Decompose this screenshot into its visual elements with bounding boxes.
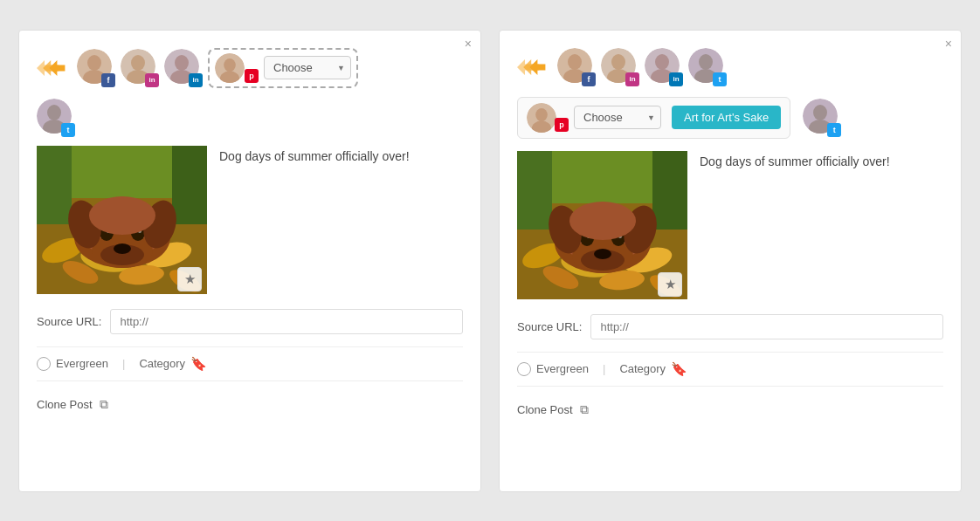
panel-1: × f in [18,30,481,492]
svg-point-56 [535,107,548,120]
avatar-tw-3[interactable]: t [803,99,841,137]
page-button-2[interactable]: Art for Art's Sake [672,106,781,129]
pi-badge: p [245,69,259,83]
post-text-2: Dog days of summer officially over! [700,151,890,302]
clone-icon-1[interactable]: ⧉ [100,397,108,412]
source-row-1: Source URL: [37,309,463,334]
tw-badge-3: t [827,123,841,137]
meta-row-1: Evergreen | Category 🔖 [37,346,463,381]
category-item-2: Category 🔖 [619,361,687,377]
clone-icon-2[interactable]: ⧉ [580,402,589,417]
accounts-row-1: f in in p [37,48,463,88]
post-area-1: ★ Dog days of summer officially over! [37,146,463,297]
svg-point-44 [568,54,582,70]
svg-point-47 [611,54,625,70]
source-row-2: Source URL: [517,314,943,339]
svg-point-59 [813,105,827,120]
svg-point-13 [224,58,236,71]
avatar-ig-2[interactable]: in [601,48,639,86]
category-label-1: Category [139,357,185,370]
selected-account-box-2: p Choose Art for Art's Sake [517,97,790,139]
svg-point-39 [114,243,131,254]
accounts-row-2: t [37,99,463,137]
svg-rect-69 [517,151,552,230]
svg-point-82 [594,249,611,259]
svg-point-38 [89,196,155,235]
selected-account-wrap: p Choose [208,48,358,88]
evergreen-radio-2[interactable] [517,362,531,376]
post-text-1: Dog days of summer officially over! [219,146,410,297]
svg-rect-70 [652,151,687,230]
category-item-1: Category 🔖 [139,356,207,372]
svg-rect-27 [172,146,207,224]
logo-arrows-2 [517,55,549,79]
post-area-2: ★ Dog days of summer officially over! [517,151,943,302]
tw-badge-2: t [713,72,727,86]
source-input-1[interactable] [110,309,463,334]
pi-badge-2: p [555,118,569,132]
svg-point-4 [87,55,101,71]
favorite-button-2[interactable]: ★ [658,272,682,297]
choose-select-wrap-2[interactable]: Choose [574,106,661,129]
panel-2: × f in [499,30,962,492]
evergreen-item-2: Evergreen [517,362,589,376]
avatar-li-2[interactable]: in [645,48,683,86]
choose-select-wrap[interactable]: Choose [264,56,351,79]
svg-point-16 [47,105,61,120]
source-input-2[interactable] [590,314,943,339]
svg-point-81 [569,202,636,240]
bookmark-icon-1[interactable]: 🔖 [190,356,207,372]
clone-row-1: Clone Post ⧉ [37,390,463,412]
svg-point-7 [131,55,145,71]
logo-arrows [37,56,68,80]
clone-row-2: Clone Post ⧉ [517,395,943,417]
evergreen-item-1: Evergreen [37,357,108,371]
post-image-wrap-1: ★ [37,146,207,297]
li-badge-2: in [669,72,683,86]
evergreen-label-2: Evergreen [536,362,589,375]
avatar-fb[interactable]: f [77,49,115,87]
svg-marker-42 [529,59,545,75]
fb-badge-2: f [582,72,596,86]
svg-point-53 [699,54,713,70]
meta-row-2: Evergreen | Category 🔖 [517,352,943,387]
avatar-tw-2[interactable]: t [688,48,727,86]
bookmark-icon-2[interactable]: 🔖 [671,361,687,377]
favorite-button-1[interactable]: ★ [177,267,202,291]
avatar-li[interactable]: in [164,49,203,87]
close-button-2[interactable]: × [945,38,952,50]
source-label-1: Source URL: [37,315,101,328]
fb-badge: f [101,73,115,87]
ig-badge: in [145,73,159,87]
svg-marker-2 [49,60,65,76]
source-label-2: Source URL: [517,320,582,333]
clone-label-2: Clone Post [517,403,573,416]
avatar-tw[interactable]: t [37,99,75,137]
selected-row-2: p Choose Art for Art's Sake t [517,97,943,139]
divider-1: | [122,357,125,370]
tw-badge: t [61,123,75,137]
close-button-1[interactable]: × [465,38,472,50]
ig-badge-2: in [625,72,639,86]
li-badge: in [189,73,203,87]
category-label-2: Category [619,362,666,375]
choose-select-1[interactable]: Choose [264,56,351,79]
svg-point-50 [655,54,669,70]
evergreen-radio-1[interactable] [37,357,51,371]
choose-select-2[interactable]: Choose [574,106,661,129]
post-image-wrap-2: ★ [517,151,687,302]
svg-point-10 [175,55,189,71]
svg-rect-26 [37,146,72,224]
avatar-fb-2[interactable]: f [557,48,596,86]
accounts-row-3: f in in t [517,48,943,86]
evergreen-label-1: Evergreen [56,357,108,370]
divider-2: | [603,362,605,375]
avatar-ig[interactable]: in [121,49,159,87]
clone-label-1: Clone Post [37,398,93,411]
